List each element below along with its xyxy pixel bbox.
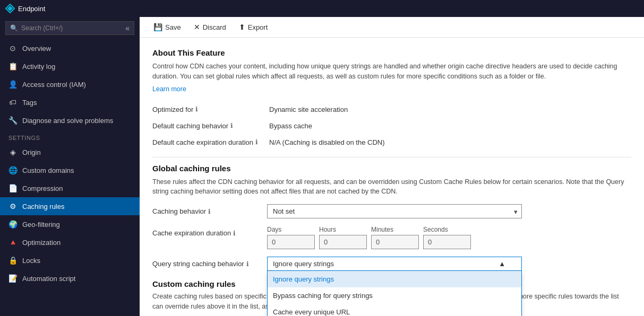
optimization-icon: 🔺 [8, 238, 17, 247]
nav-custom-domains-label: Custom domains [22, 166, 74, 174]
nav-optimization-label: Optimization [22, 239, 61, 247]
seconds-label: Seconds [423, 226, 471, 233]
caching-behavior-select[interactable]: Not set [267, 204, 522, 218]
days-field: Days [267, 226, 315, 249]
days-input[interactable] [267, 235, 315, 249]
query-string-dropdown-arrow: ▲ [499, 260, 505, 268]
search-input[interactable] [21, 24, 122, 32]
query-string-dropdown-field[interactable]: Ignore query strings ▲ [267, 257, 522, 271]
query-string-current-value: Ignore query strings [273, 260, 334, 268]
app-name: Endpoint [18, 5, 45, 13]
nav-access-control-label: Access control (IAM) [22, 81, 86, 89]
nav-geo-filtering[interactable]: 🌍 Geo-filtering [0, 215, 140, 233]
nav-tags[interactable]: 🏷 Tags [0, 93, 140, 111]
info-grid: Optimized for ℹ Dynamic site acceleratio… [152, 101, 631, 151]
discard-icon: ✕ [194, 23, 200, 31]
save-icon: 💾 [153, 23, 162, 31]
learn-more-link[interactable]: Learn more [152, 85, 186, 93]
nav-caching-rules[interactable]: ⚙ Caching rules [0, 197, 140, 215]
about-section: About This Feature Control how CDN cache… [152, 48, 631, 93]
hours-label: Hours [319, 226, 367, 233]
nav-optimization[interactable]: 🔺 Optimization [0, 233, 140, 251]
sidebar: 🔍 « ⊙ Overview 📋 Activity log 👤 Access c… [0, 17, 140, 316]
nav-tags-label: Tags [22, 99, 37, 107]
activity-log-icon: 📋 [8, 62, 17, 71]
query-string-option-cache-url[interactable]: Cache every unique URL [268, 304, 521, 316]
overview-icon: ⊙ [8, 44, 17, 52]
seconds-input[interactable] [423, 235, 471, 249]
caching-behavior-dropdown-wrapper: Not set ▾ [267, 204, 522, 218]
content-area: 💾 Save ✕ Discard ⬆ Export About This Fea… [140, 17, 644, 316]
logo-icon [5, 4, 15, 13]
search-bar[interactable]: 🔍 « [5, 21, 134, 35]
nav-origin-label: Origin [22, 148, 41, 156]
export-button[interactable]: ⬆ Export [234, 20, 273, 34]
nav-overview[interactable]: ⊙ Overview [0, 39, 140, 57]
optimized-for-label: Optimized for ℹ [152, 101, 269, 118]
hours-input[interactable] [319, 235, 367, 249]
nav-origin[interactable]: ◈ Origin [0, 143, 140, 161]
cache-expiration-label: Default cache expiration duration ℹ [152, 134, 269, 151]
tags-icon: 🏷 [8, 98, 17, 107]
automation-script-icon: 📝 [8, 274, 17, 283]
save-button[interactable]: 💾 Save [148, 20, 186, 34]
about-description: Control how CDN caches your content, inc… [152, 62, 631, 82]
nav-compression-label: Compression [22, 185, 63, 192]
origin-icon: ◈ [8, 148, 17, 156]
discard-button[interactable]: ✕ Discard [188, 20, 231, 34]
minutes-input[interactable] [371, 235, 419, 249]
nav-locks-label: Locks [22, 257, 40, 265]
global-caching-section: Global caching rules These rules affect … [152, 164, 631, 271]
about-title: About This Feature [152, 48, 631, 57]
minutes-label: Minutes [371, 226, 419, 233]
nav-activity-log[interactable]: 📋 Activity log [0, 57, 140, 75]
query-string-dropdown-list: Ignore query strings Bypass caching for … [267, 271, 522, 316]
days-label: Days [267, 226, 315, 233]
global-caching-description: These rules affect the CDN caching behav… [152, 177, 631, 197]
caching-behavior-row: Caching behavior ℹ Not set ▾ [152, 204, 631, 218]
optimized-for-info-icon: ℹ [195, 106, 198, 113]
custom-domains-icon: 🌐 [8, 166, 17, 174]
cache-duration-label: Cache expiration duration ℹ [152, 226, 259, 237]
query-string-info-icon: ℹ [246, 260, 249, 268]
cache-expiration-value: N/A (Caching is disabled on the CDN) [269, 134, 631, 151]
query-string-dropdown-wrapper: Ignore query strings ▲ Ignore query stri… [267, 257, 522, 271]
query-string-option-ignore[interactable]: Ignore query strings [268, 271, 521, 287]
duration-group: Days Hours Minutes Seconds [267, 226, 631, 249]
top-bar: Endpoint [0, 0, 644, 17]
default-caching-info-icon: ℹ [230, 122, 233, 129]
nav-custom-domains[interactable]: 🌐 Custom domains [0, 161, 140, 179]
nav-automation-script-label: Automation script [22, 275, 75, 283]
cache-expiration-info-icon: ℹ [255, 138, 258, 146]
search-icon: 🔍 [10, 24, 18, 32]
nav-geo-filtering-label: Geo-filtering [22, 221, 60, 229]
toolbar: 💾 Save ✕ Discard ⬆ Export [140, 17, 644, 38]
nav-automation-script[interactable]: 📝 Automation script [0, 269, 140, 287]
nav-locks[interactable]: 🔒 Locks [0, 251, 140, 269]
nav-compression[interactable]: 📄 Compression [0, 179, 140, 197]
save-label: Save [165, 23, 181, 31]
global-caching-title: Global caching rules [152, 164, 631, 173]
content-scroll: About This Feature Control how CDN cache… [140, 38, 644, 316]
discard-label: Discard [203, 23, 226, 31]
compression-icon: 📄 [8, 184, 17, 192]
locks-icon: 🔒 [8, 256, 17, 265]
nav-overview-label: Overview [22, 45, 51, 52]
seconds-field: Seconds [423, 226, 471, 249]
cache-duration-row: Cache expiration duration ℹ Days Hours [152, 226, 631, 249]
nav-diagnose-label: Diagnose and solve problems [22, 117, 113, 125]
collapse-icon[interactable]: « [125, 24, 130, 32]
nav-access-control[interactable]: 👤 Access control (IAM) [0, 75, 140, 93]
caching-rules-icon: ⚙ [8, 202, 17, 210]
minutes-field: Minutes [371, 226, 419, 249]
cache-duration-info-icon: ℹ [233, 230, 236, 237]
query-string-label: Query string caching behavior ℹ [152, 257, 259, 268]
caching-behavior-info-icon: ℹ [208, 208, 211, 215]
nav-diagnose[interactable]: 🔧 Diagnose and solve problems [0, 111, 140, 129]
app-logo: Endpoint [5, 4, 45, 13]
access-control-icon: 👤 [8, 80, 17, 89]
export-icon: ⬆ [239, 23, 245, 31]
geo-filtering-icon: 🌍 [8, 220, 17, 229]
optimized-for-value: Dynamic site acceleration [269, 101, 631, 118]
query-string-option-bypass[interactable]: Bypass caching for query strings [268, 287, 521, 304]
